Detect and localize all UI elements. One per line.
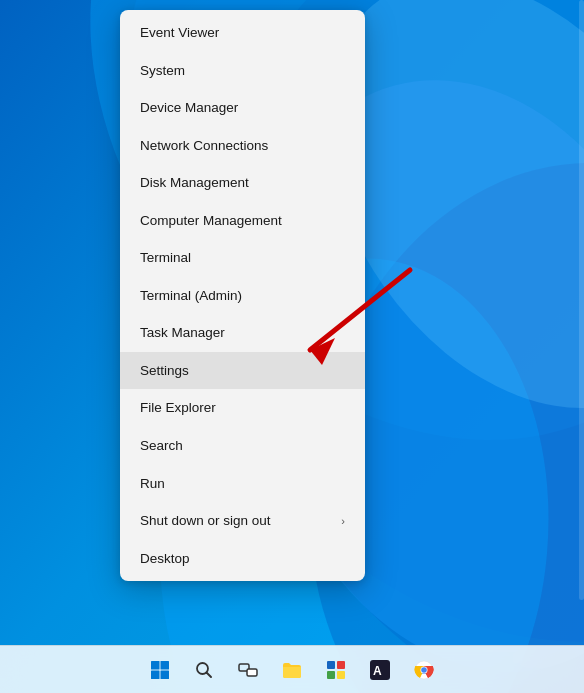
svg-rect-21: [337, 671, 345, 679]
menu-item-search[interactable]: Search: [120, 427, 365, 465]
menu-item-label: Task Manager: [140, 324, 225, 342]
svg-rect-12: [151, 670, 160, 679]
svg-rect-20: [327, 671, 335, 679]
svg-rect-11: [161, 661, 170, 670]
menu-item-event-viewer[interactable]: Event Viewer: [120, 14, 365, 52]
taskbar-icon-search[interactable]: [184, 650, 224, 690]
taskbar-icon-network[interactable]: [316, 650, 356, 690]
menu-item-file-explorer[interactable]: File Explorer: [120, 389, 365, 427]
svg-point-26: [421, 667, 427, 673]
context-menu: Event ViewerSystemDevice ManagerNetwork …: [120, 10, 365, 581]
menu-item-device-manager[interactable]: Device Manager: [120, 89, 365, 127]
menu-item-desktop[interactable]: Desktop: [120, 540, 365, 578]
menu-item-label: Terminal: [140, 249, 191, 267]
menu-item-label: Search: [140, 437, 183, 455]
menu-item-network-connections[interactable]: Network Connections: [120, 127, 365, 165]
scrollbar: [579, 0, 584, 600]
svg-rect-17: [247, 669, 257, 676]
menu-item-terminal-admin[interactable]: Terminal (Admin): [120, 277, 365, 315]
menu-item-disk-management[interactable]: Disk Management: [120, 164, 365, 202]
menu-item-label: Computer Management: [140, 212, 282, 230]
taskbar-icon-start[interactable]: [140, 650, 180, 690]
menu-item-label: Device Manager: [140, 99, 238, 117]
menu-item-run[interactable]: Run: [120, 465, 365, 503]
svg-line-15: [207, 672, 212, 677]
taskbar-icon-autodesk[interactable]: A: [360, 650, 400, 690]
menu-item-label: System: [140, 62, 185, 80]
svg-rect-10: [151, 661, 160, 670]
submenu-arrow-icon: ›: [341, 514, 345, 528]
menu-item-settings[interactable]: Settings: [120, 352, 365, 390]
menu-item-label: Terminal (Admin): [140, 287, 242, 305]
svg-text:A: A: [373, 664, 382, 678]
menu-item-label: File Explorer: [140, 399, 216, 417]
menu-item-system[interactable]: System: [120, 52, 365, 90]
svg-rect-13: [161, 670, 170, 679]
menu-item-computer-management[interactable]: Computer Management: [120, 202, 365, 240]
menu-item-label: Event Viewer: [140, 24, 219, 42]
taskbar-icon-chrome[interactable]: [404, 650, 444, 690]
menu-item-label: Settings: [140, 362, 189, 380]
menu-item-label: Run: [140, 475, 165, 493]
menu-item-terminal[interactable]: Terminal: [120, 239, 365, 277]
taskbar-icon-taskview[interactable]: [228, 650, 268, 690]
menu-item-label: Desktop: [140, 550, 190, 568]
menu-item-label: Shut down or sign out: [140, 512, 271, 530]
taskbar-icon-fileexplorer[interactable]: [272, 650, 312, 690]
desktop: Event ViewerSystemDevice ManagerNetwork …: [0, 0, 584, 693]
svg-rect-19: [337, 661, 345, 669]
menu-item-shut-down[interactable]: Shut down or sign out›: [120, 502, 365, 540]
menu-item-label: Network Connections: [140, 137, 268, 155]
svg-rect-18: [327, 661, 335, 669]
menu-item-task-manager[interactable]: Task Manager: [120, 314, 365, 352]
taskbar: A: [0, 645, 584, 693]
menu-item-label: Disk Management: [140, 174, 249, 192]
